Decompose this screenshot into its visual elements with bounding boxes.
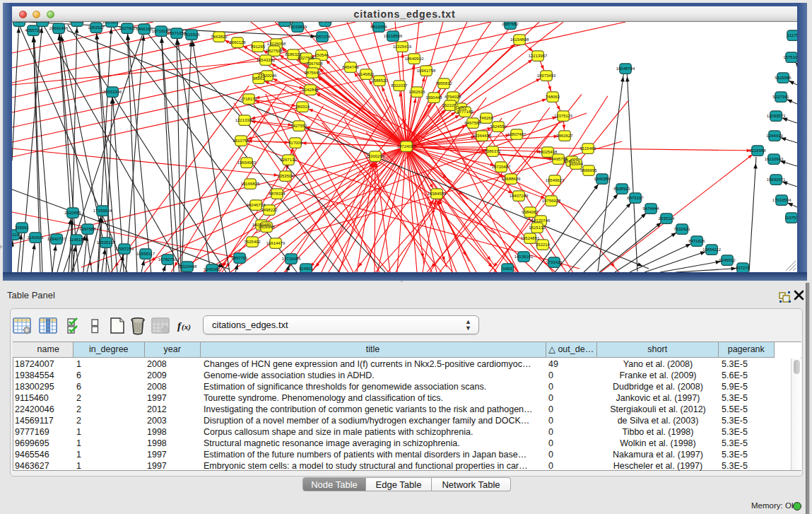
svg-text:114519: 114519 <box>69 238 83 242</box>
svg-text:16033809: 16033809 <box>288 25 307 29</box>
svg-text:2718170: 2718170 <box>240 97 257 101</box>
svg-text:8813054: 8813054 <box>370 25 387 29</box>
svg-text:19166825: 19166825 <box>241 182 260 186</box>
svg-text:25300295: 25300295 <box>366 154 385 158</box>
svg-text:924501: 924501 <box>299 267 314 271</box>
svg-text:9827508: 9827508 <box>266 49 283 53</box>
svg-text:9857791: 9857791 <box>231 256 248 260</box>
svg-text:1640954: 1640954 <box>594 177 611 181</box>
svg-text:9650331: 9650331 <box>276 22 293 23</box>
svg-text:20364436: 20364436 <box>473 134 492 138</box>
svg-text:4055724: 4055724 <box>25 28 42 33</box>
svg-text:16154808: 16154808 <box>510 37 529 42</box>
svg-text:17359924: 17359924 <box>93 209 112 213</box>
svg-text:16914479: 16914479 <box>266 241 286 245</box>
svg-text:3498222: 3498222 <box>261 208 278 212</box>
svg-text:280314: 280314 <box>295 105 310 109</box>
svg-text:1244419: 1244419 <box>766 134 783 138</box>
svg-text:(x): (x) <box>182 322 191 332</box>
svg-text:9115460: 9115460 <box>580 146 597 151</box>
svg-text:7386372: 7386372 <box>484 149 501 153</box>
svg-text:746266: 746266 <box>479 116 494 120</box>
svg-text:9227341: 9227341 <box>772 95 789 99</box>
svg-text:9384067: 9384067 <box>522 210 539 214</box>
svg-text:1733426: 1733426 <box>546 260 563 264</box>
svg-text:1990448: 1990448 <box>425 95 442 100</box>
svg-text:3875645: 3875645 <box>304 71 321 75</box>
svg-text:6466160: 6466160 <box>136 27 153 31</box>
svg-text:10688609: 10688609 <box>502 177 521 181</box>
svg-text:9327508: 9327508 <box>298 56 314 60</box>
svg-text:9146821: 9146821 <box>358 72 375 76</box>
svg-text:3267130: 3267130 <box>280 158 297 162</box>
svg-text:19756928: 19756928 <box>542 199 561 203</box>
svg-text:10653267: 10653267 <box>102 22 122 24</box>
svg-text:12213967: 12213967 <box>529 54 548 58</box>
svg-text:12375115: 12375115 <box>554 114 573 118</box>
svg-text:18407249: 18407249 <box>510 194 529 198</box>
svg-text:10958117: 10958117 <box>136 252 155 256</box>
svg-text:2405572: 2405572 <box>12 22 28 23</box>
svg-text:19654983: 19654983 <box>237 160 257 165</box>
svg-text:11175: 11175 <box>787 33 797 37</box>
svg-text:15720407: 15720407 <box>492 165 511 169</box>
svg-text:10973493: 10973493 <box>537 74 556 78</box>
svg-text:3215958: 3215958 <box>749 148 766 153</box>
svg-text:7625402: 7625402 <box>244 240 261 244</box>
svg-text:6497568: 6497568 <box>464 121 481 125</box>
svg-text:1575104: 1575104 <box>783 55 797 59</box>
svg-text:116753: 116753 <box>784 216 797 220</box>
svg-text:7357274: 7357274 <box>314 35 331 39</box>
svg-text:7515526: 7515526 <box>183 33 200 37</box>
svg-text:12942737: 12942737 <box>47 237 66 241</box>
svg-text:1063527: 1063527 <box>88 25 105 30</box>
svg-text:160044: 160044 <box>569 162 584 166</box>
svg-text:252214: 252214 <box>536 243 551 247</box>
svg-text:1053527: 1053527 <box>69 22 86 23</box>
svg-text:20053346: 20053346 <box>103 90 122 94</box>
svg-text:9777169: 9777169 <box>457 110 473 114</box>
svg-text:18724007: 18724007 <box>397 144 416 148</box>
svg-text:14136141: 14136141 <box>514 255 534 259</box>
svg-text:16543382: 16543382 <box>257 58 276 62</box>
svg-text:39114: 39114 <box>12 233 20 237</box>
svg-text:3624554: 3624554 <box>490 124 507 129</box>
svg-text:6879197: 6879197 <box>627 196 644 200</box>
svg-text:12505135: 12505135 <box>97 240 116 245</box>
svg-text:10025438: 10025438 <box>539 150 558 154</box>
svg-text:10807487: 10807487 <box>507 132 526 136</box>
svg-text:9129996: 9129996 <box>775 76 792 80</box>
svg-text:9463: 9463 <box>502 267 512 271</box>
svg-text:16210643: 16210643 <box>765 157 784 161</box>
svg-text:884131: 884131 <box>318 22 333 23</box>
svg-text:15692971: 15692971 <box>767 177 786 182</box>
svg-text:891295: 891295 <box>251 45 266 49</box>
svg-text:16046738: 16046738 <box>247 203 266 207</box>
svg-text:16961758: 16961758 <box>417 69 436 73</box>
svg-text:19384554: 19384554 <box>428 192 447 196</box>
svg-text:12093573: 12093573 <box>767 114 786 118</box>
svg-text:98961: 98961 <box>253 76 265 81</box>
svg-text:1609948: 1609948 <box>258 225 275 229</box>
svg-text:10654112: 10654112 <box>702 247 722 252</box>
svg-text:9242848: 9242848 <box>302 88 319 92</box>
svg-text:8938923: 8938923 <box>613 187 630 191</box>
svg-text:150546: 150546 <box>314 53 329 57</box>
svg-text:2020655: 2020655 <box>64 211 81 215</box>
svg-text:8322037: 8322037 <box>391 83 408 88</box>
svg-text:748063: 748063 <box>546 95 560 99</box>
svg-text:17010504: 17010504 <box>772 198 792 202</box>
svg-text:9245061: 9245061 <box>204 267 220 271</box>
svg-text:18640910: 18640910 <box>405 57 424 61</box>
svg-text:1156829: 1156829 <box>28 235 45 240</box>
svg-text:417006: 417006 <box>288 141 303 145</box>
svg-text:12213383: 12213383 <box>235 118 254 122</box>
svg-text:9245612: 9245612 <box>719 258 736 262</box>
svg-text:11325419: 11325419 <box>393 45 412 49</box>
svg-text:12323448: 12323448 <box>178 264 197 269</box>
svg-text:335061: 335061 <box>15 226 30 230</box>
svg-text:1615132: 1615132 <box>529 226 546 230</box>
svg-text:17957253: 17957253 <box>115 247 134 251</box>
svg-text:16782759: 16782759 <box>158 257 177 262</box>
svg-text:8454749: 8454749 <box>342 65 359 69</box>
